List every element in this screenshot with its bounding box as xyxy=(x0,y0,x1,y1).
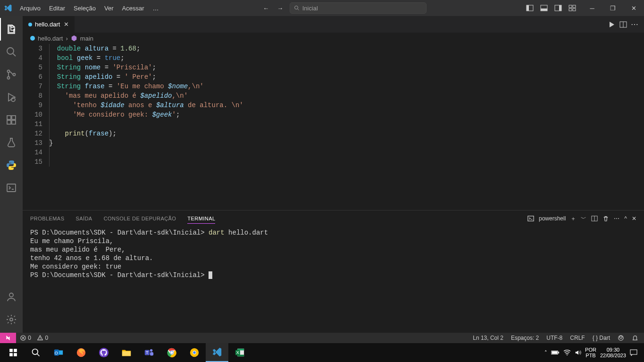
svg-rect-22 xyxy=(12,116,16,119)
panel-close-icon[interactable]: ✕ xyxy=(632,215,636,222)
layout-customize-icon[interactable] xyxy=(567,2,578,14)
svg-rect-5 xyxy=(541,8,547,11)
split-editor-icon[interactable] xyxy=(619,21,627,28)
svg-text:O: O xyxy=(55,351,58,355)
terminal-new-icon[interactable]: ＋ xyxy=(570,215,576,223)
status-feedback-icon[interactable] xyxy=(618,335,624,341)
layout-sidebar-left-icon[interactable] xyxy=(524,2,535,14)
layout-panel-bottom-icon[interactable] xyxy=(538,2,550,14)
menu-more[interactable]: … xyxy=(149,2,163,15)
activity-source-control-icon[interactable] xyxy=(0,63,23,86)
editor-tab-hello-dart[interactable]: hello.dart ✕ xyxy=(23,16,75,33)
taskbar-file-explorer-icon[interactable] xyxy=(115,343,138,362)
activity-run-debug-icon[interactable] xyxy=(0,86,23,109)
taskbar-github-icon[interactable] xyxy=(92,343,115,362)
nav-forward-icon[interactable]: → xyxy=(275,2,286,14)
taskbar-excel-icon[interactable]: X xyxy=(228,343,251,362)
editor-tab-bar: hello.dart ✕ ⋯ xyxy=(23,16,644,33)
tray-overflow-icon[interactable]: ˄ xyxy=(544,350,547,356)
line-number-gutter: 3456789101112131415 xyxy=(23,44,49,210)
terminal-shell-icon[interactable] xyxy=(527,215,534,222)
activity-settings-icon[interactable] xyxy=(0,308,23,331)
terminal-more-icon[interactable]: ⋯ xyxy=(614,215,619,222)
activity-extensions-icon[interactable] xyxy=(0,109,23,131)
panel-tab-saida[interactable]: SAÍDA xyxy=(75,214,92,223)
menu-selecao[interactable]: Seleção xyxy=(70,2,100,15)
terminal-shell-label[interactable]: powershell xyxy=(539,215,566,222)
activity-terminal-ext-icon[interactable] xyxy=(0,177,23,199)
svg-rect-48 xyxy=(122,351,131,356)
svg-point-35 xyxy=(619,336,624,341)
breadcrumb[interactable]: hello.dart › main xyxy=(23,33,644,44)
panel-tab-console[interactable]: CONSOLE DE DEPURAÇÃO xyxy=(104,214,176,223)
taskbar-firefox-icon[interactable] xyxy=(70,343,92,362)
terminal-split-icon[interactable] xyxy=(591,215,598,222)
terminal-kill-icon[interactable] xyxy=(602,215,609,222)
menu-ver[interactable]: Ver xyxy=(100,2,117,15)
remote-indicator[interactable] xyxy=(0,333,16,343)
taskbar-outlook-icon[interactable]: O xyxy=(47,343,70,362)
panel-tab-terminal[interactable]: TERMINAL xyxy=(187,214,215,224)
svg-point-34 xyxy=(40,339,40,340)
window-restore-button[interactable]: ❐ xyxy=(602,0,623,16)
taskbar-search-icon[interactable] xyxy=(25,343,47,362)
svg-text:X: X xyxy=(236,350,239,355)
menu-editar[interactable]: Editar xyxy=(45,2,69,15)
activity-testing-icon[interactable] xyxy=(0,131,23,154)
chevron-down-icon[interactable]: ﹀ xyxy=(581,215,586,223)
panel-tab-problemas[interactable]: PROBLEMAS xyxy=(30,214,64,223)
taskbar-start-icon[interactable] xyxy=(2,343,25,362)
svg-point-36 xyxy=(619,336,622,338)
svg-line-1 xyxy=(297,9,299,10)
window-minimize-button[interactable]: ─ xyxy=(582,0,602,16)
panel-maximize-icon[interactable]: ^ xyxy=(624,215,627,222)
tab-close-icon[interactable]: ✕ xyxy=(64,21,69,28)
status-indent[interactable]: Espaços: 2 xyxy=(511,335,539,341)
svg-point-14 xyxy=(8,70,10,73)
taskbar-chrome-icon[interactable] xyxy=(160,343,183,362)
window-close-button[interactable]: ✕ xyxy=(623,0,644,16)
tray-notifications-icon[interactable] xyxy=(630,349,637,356)
svg-point-55 xyxy=(170,351,173,354)
tray-wifi-icon[interactable] xyxy=(563,350,571,355)
tray-language[interactable]: POR PTB xyxy=(585,347,596,358)
taskbar-teams-icon[interactable]: T xyxy=(138,343,160,362)
menu-arquivo[interactable]: Arquivo xyxy=(16,2,44,15)
taskbar-chrome-canary-icon[interactable] xyxy=(183,343,206,362)
tray-volume-icon[interactable] xyxy=(575,349,581,356)
svg-point-12 xyxy=(7,48,14,54)
svg-point-51 xyxy=(150,349,153,352)
menu-acessar[interactable]: Acessar xyxy=(118,2,148,15)
layout-sidebar-right-icon[interactable] xyxy=(552,2,564,14)
tray-clock[interactable]: 09:30 22/08/2023 xyxy=(600,347,626,358)
activity-python-icon[interactable] xyxy=(0,154,23,177)
status-warnings[interactable]: 0 xyxy=(37,335,48,342)
terminal-output[interactable]: PS D:\Documents\SDK - Dart\dart-sdk\Inic… xyxy=(23,227,644,333)
status-errors[interactable]: 0 xyxy=(20,335,31,342)
status-notifications-icon[interactable] xyxy=(632,335,638,341)
status-eol[interactable]: CRLF xyxy=(570,335,585,341)
editor-more-icon[interactable]: ⋯ xyxy=(631,20,638,29)
panel-tab-bar: PROBLEMAS SAÍDA CONSOLE DE DEPURAÇÃO TER… xyxy=(23,210,644,227)
bottom-panel: PROBLEMAS SAÍDA CONSOLE DE DEPURAÇÃO TER… xyxy=(23,210,644,333)
svg-point-41 xyxy=(33,349,38,355)
activity-accounts-icon[interactable] xyxy=(0,286,23,308)
svg-point-58 xyxy=(193,351,196,354)
status-language[interactable]: { } Dart xyxy=(593,335,610,341)
breadcrumb-file: hello.dart xyxy=(38,35,63,42)
status-encoding[interactable]: UTF-8 xyxy=(546,335,562,341)
activity-explorer-icon[interactable] xyxy=(0,18,23,41)
activity-search-icon[interactable] xyxy=(0,41,23,63)
code-body[interactable]: double altura = 1.68; bool geek = true; … xyxy=(49,44,644,210)
tray-battery-icon[interactable] xyxy=(551,350,560,355)
status-cursor[interactable]: Ln 13, Col 2 xyxy=(473,335,503,341)
nav-back-icon[interactable]: ← xyxy=(260,2,272,14)
taskbar-vscode-icon[interactable] xyxy=(206,343,228,362)
menu-bar: Arquivo Editar Seleção Ver Acessar … xyxy=(16,2,163,15)
editor-scrollbar[interactable] xyxy=(638,44,644,210)
command-center-search[interactable]: Inicial xyxy=(290,2,427,14)
minimap[interactable] xyxy=(609,44,637,82)
code-editor[interactable]: 3456789101112131415 double altura = 1.68… xyxy=(23,44,644,210)
run-code-icon[interactable] xyxy=(608,21,616,28)
svg-rect-19 xyxy=(7,116,11,119)
